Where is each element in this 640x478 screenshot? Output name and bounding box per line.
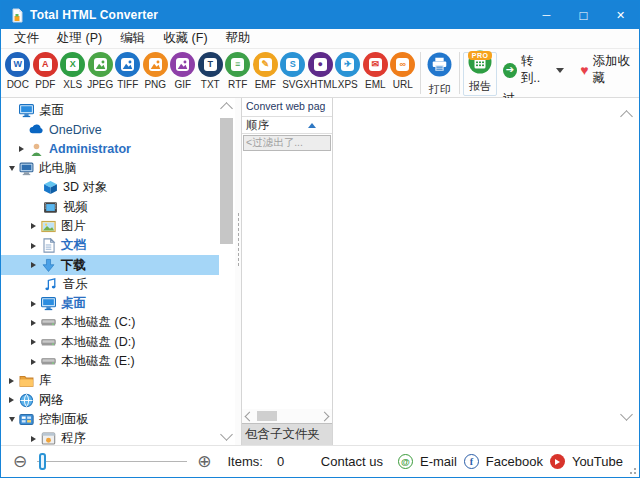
minimize-button[interactable]: ─	[528, 1, 565, 29]
desktop-icon	[19, 103, 34, 118]
file-list-hscrollbar[interactable]	[242, 409, 332, 423]
expander-collapsed-icon[interactable]	[31, 436, 41, 442]
scroll-up-icon[interactable]	[220, 102, 233, 115]
tree-item-桌面[interactable]: 桌面	[1, 101, 219, 120]
disk-icon	[41, 315, 56, 330]
contact-us-link[interactable]: Contact us	[321, 454, 383, 469]
format-doc-button[interactable]: WDOC	[4, 52, 32, 90]
expander-collapsed-icon[interactable]	[19, 146, 29, 152]
report-button[interactable]: PRO 报告	[463, 52, 497, 96]
format-jpeg-icon	[88, 52, 113, 77]
print-button[interactable]: 打印	[424, 52, 456, 97]
tree-item-控制面板[interactable]: 控制面板	[1, 410, 219, 429]
goto-button[interactable]: ➔ 转到..	[503, 53, 564, 87]
tree-item-OneDrive[interactable]: OneDrive	[1, 120, 219, 139]
tree-item-Administrator[interactable]: Administrator	[1, 140, 219, 159]
tree-item-库[interactable]: 库	[1, 371, 219, 390]
preview-scroll-up-icon[interactable]	[620, 110, 633, 123]
tree-item-本地磁盘 (C:)[interactable]: 本地磁盘 (C:)	[1, 313, 219, 332]
close-button[interactable]: ✕	[602, 1, 639, 29]
resize-grip[interactable]	[628, 466, 636, 474]
tree-scrollbar[interactable]	[219, 98, 235, 445]
scroll-right-icon[interactable]	[320, 411, 330, 421]
tree-item-此电脑[interactable]: 此电脑	[1, 159, 219, 178]
format-label: PDF	[35, 79, 55, 90]
format-png-button[interactable]: PNG	[142, 52, 170, 90]
menu-item-1[interactable]: 处理 (P)	[48, 28, 111, 49]
menu-item-0[interactable]: 文件	[5, 28, 48, 49]
tree-item-程序[interactable]: 程序	[1, 429, 219, 445]
tree-item-label: 本地磁盘 (C:)	[61, 314, 135, 331]
expander-collapsed-icon[interactable]	[9, 378, 19, 384]
tree-item-label: 网络	[39, 392, 64, 409]
tree-item-桌面[interactable]: 桌面	[1, 294, 219, 313]
format-tiff-button[interactable]: TIFF	[114, 52, 142, 90]
items-count-label: Items:	[228, 454, 263, 469]
hscrollbar-thumb[interactable]	[257, 411, 277, 421]
expander-collapsed-icon[interactable]	[31, 359, 41, 365]
format-xls-button[interactable]: XXLS	[59, 52, 87, 90]
format-emf-button[interactable]: ✎EMF	[252, 52, 280, 90]
menu-item-3[interactable]: 收藏 (F)	[154, 28, 216, 49]
program-icon	[41, 431, 56, 445]
tree-item-本地磁盘 (E:)[interactable]: 本地磁盘 (E:)	[1, 352, 219, 371]
format-emf-icon: ✎	[253, 52, 278, 77]
zoom-slider-thumb[interactable]	[39, 453, 46, 470]
status-bar: ⊖ ⊕ Items: 0 Contact us @ E-mail f Faceb…	[1, 445, 639, 477]
youtube-link[interactable]: YouTube	[572, 454, 623, 469]
scroll-down-icon[interactable]	[220, 428, 233, 441]
format-jpeg-button[interactable]: JPEG	[87, 52, 115, 90]
order-column-header[interactable]: 顺序	[242, 116, 332, 134]
format-label: EMF	[255, 79, 276, 90]
expander-collapsed-icon[interactable]	[9, 397, 19, 403]
format-label: RTF	[228, 79, 247, 90]
facebook-link[interactable]: Facebook	[486, 454, 543, 469]
format-txt-button[interactable]: TTXT	[197, 52, 225, 90]
expander-collapsed-icon[interactable]	[31, 243, 41, 249]
tree-item-label: 3D 对象	[63, 179, 107, 196]
panel-splitter[interactable]	[235, 98, 241, 445]
expander-collapsed-icon[interactable]	[31, 223, 41, 229]
zoom-out-button[interactable]: ⊖	[13, 453, 27, 470]
tree-item-网络[interactable]: 网络	[1, 390, 219, 409]
folder-tree: 桌面OneDriveAdministrator此电脑3D 对象视频图片文档下载音…	[1, 98, 219, 445]
format-xhtml-button[interactable]: ●XHTML	[307, 52, 335, 90]
format-label: XPS	[338, 79, 358, 90]
expander-collapsed-icon[interactable]	[31, 320, 41, 326]
email-link[interactable]: E-mail	[420, 454, 457, 469]
zoom-slider[interactable]	[37, 452, 187, 472]
format-label: TXT	[201, 79, 220, 90]
preview-scroll-down-icon[interactable]	[620, 408, 633, 421]
expander-collapsed-icon[interactable]	[31, 301, 41, 307]
maximize-button[interactable]: □	[565, 1, 602, 29]
tree-item-本地磁盘 (D:)[interactable]: 本地磁盘 (D:)	[1, 333, 219, 352]
tree-item-视频[interactable]: 视频	[1, 197, 219, 216]
tree-item-音乐[interactable]: 音乐	[1, 275, 219, 294]
format-pdf-button[interactable]: APDF	[32, 52, 60, 90]
format-rtf-button[interactable]: ≡RTF	[224, 52, 252, 90]
tree-item-图片[interactable]: 图片	[1, 217, 219, 236]
email-icon[interactable]: @	[398, 454, 413, 469]
youtube-icon[interactable]	[550, 454, 565, 469]
format-gif-button[interactable]: GIF	[169, 52, 197, 90]
menu-item-2[interactable]: 编辑	[111, 28, 154, 49]
format-label: GIF	[174, 79, 191, 90]
expander-expanded-icon[interactable]	[9, 417, 19, 422]
tree-item-文档[interactable]: 文档	[1, 236, 219, 255]
scroll-left-icon[interactable]	[245, 411, 255, 421]
menu-item-4[interactable]: 帮助	[217, 28, 260, 49]
format-eml-button[interactable]: ✉EML	[362, 52, 390, 90]
add-favorite-button[interactable]: ♥ 添加收藏	[580, 53, 639, 87]
format-url-button[interactable]: ∞URL	[389, 52, 417, 90]
tree-item-3D 对象[interactable]: 3D 对象	[1, 178, 219, 197]
format-xps-button[interactable]: ✈XPS	[334, 52, 362, 90]
tree-scrollbar-thumb[interactable]	[220, 118, 233, 244]
include-subfolders-button[interactable]: 包含子文件夹	[242, 423, 332, 445]
items-count-value: 0	[277, 454, 284, 469]
expander-collapsed-icon[interactable]	[31, 339, 41, 345]
expander-collapsed-icon[interactable]	[31, 262, 41, 268]
facebook-icon[interactable]: f	[464, 454, 479, 469]
tree-item-下载[interactable]: 下载	[1, 255, 219, 274]
zoom-in-button[interactable]: ⊕	[197, 453, 211, 470]
expander-expanded-icon[interactable]	[9, 166, 19, 171]
